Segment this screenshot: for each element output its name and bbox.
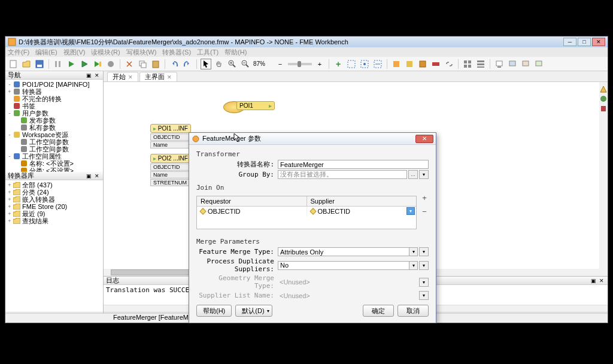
join-table[interactable]: Requestor Supplier OBJECTID OBJECTID ▾ [196, 196, 417, 229]
svg-rect-3 [37, 65, 42, 67]
copy-button[interactable] [137, 59, 148, 69]
book-icon[interactable] [600, 105, 607, 112]
maximize-button[interactable]: □ [578, 38, 591, 46]
inspect4-button[interactable] [533, 59, 544, 69]
cut-button[interactable] [124, 59, 135, 69]
help-button[interactable]: 帮助(H) [196, 305, 232, 317]
svg-rect-42 [14, 103, 20, 109]
input-transformer-name[interactable]: FeatureMerger [278, 160, 429, 169]
close-button[interactable]: ✕ [592, 38, 605, 46]
svg-rect-50 [21, 160, 27, 166]
pause-button[interactable] [53, 59, 63, 69]
dialog-titlebar[interactable]: FeatureMerger 参数 ✕ [189, 133, 436, 145]
requestor-cell[interactable]: OBJECTID [197, 207, 307, 216]
menu-transformers[interactable]: 转换器(S) [162, 48, 191, 57]
fmt-menu-button[interactable]: ▾ [419, 247, 429, 256]
grid1-button[interactable] [462, 59, 473, 69]
gear-green-icon[interactable] [600, 95, 607, 102]
canvas-node-poi1-top[interactable]: POI1▸ [236, 101, 275, 110]
minimize-button[interactable]: ─ [563, 38, 576, 46]
run2-button[interactable] [79, 59, 90, 69]
panel-close-button[interactable]: ✕ [93, 172, 101, 180]
navigator-tree[interactable]: -POI1/POI2 [MAPINFO]+转换器不完全的转换书签-用户参数发布参… [5, 80, 103, 175]
pds-menu-button[interactable]: ▾ [419, 261, 429, 270]
group-by-browse-button[interactable]: … [408, 170, 418, 179]
bookmark3-button[interactable] [417, 59, 428, 69]
link-button[interactable] [444, 59, 454, 69]
canvas-node-poi2[interactable]: ▸ POI2 ...INF OBJECTID Name STREETNUM [150, 154, 191, 186]
panel-float-button[interactable]: ▣ [85, 172, 92, 180]
panel-float-button[interactable]: ▣ [590, 277, 597, 284]
tree-item[interactable]: +嵌入转换器 [7, 196, 102, 203]
sel2-button[interactable] [359, 59, 370, 69]
menu-readers[interactable]: 读模块(R) [91, 48, 120, 57]
measure-button[interactable] [430, 59, 441, 69]
sel1-button[interactable] [346, 59, 357, 69]
close-icon[interactable]: ✕ [128, 74, 133, 80]
menu-help[interactable]: 帮助(H) [224, 48, 247, 57]
panel-float-button[interactable]: ▣ [85, 72, 92, 79]
pan-button[interactable] [214, 59, 224, 69]
supplier-dropdown-button[interactable]: ▾ [406, 207, 415, 215]
gmt-menu-button[interactable]: ▾ [419, 278, 429, 287]
menu-view[interactable]: 视图(V) [63, 48, 86, 57]
library-tree[interactable]: +全部 (437)+分类 (24)+嵌入转换器+FME Store (20)+最… [5, 180, 103, 226]
defaults-button[interactable]: 默认(D)▾ [235, 305, 272, 317]
tab-main[interactable]: 主界面✕ [139, 72, 177, 81]
group-by-menu-button[interactable]: ▾ [419, 170, 429, 179]
grid2-button[interactable] [475, 59, 486, 69]
warn-icon[interactable] [600, 86, 607, 93]
bookmark2-button[interactable] [404, 59, 415, 69]
inspect3-button[interactable] [520, 59, 531, 69]
close-icon[interactable]: ✕ [167, 74, 172, 80]
menu-edit[interactable]: 编辑(E) [35, 48, 57, 57]
library-title: 转换器库 [8, 171, 34, 180]
zoom-minus[interactable]: − [275, 59, 286, 69]
cancel-button[interactable]: 取消 [397, 305, 429, 317]
redo-button[interactable] [182, 59, 193, 69]
zoom-plus[interactable]: + [314, 59, 325, 69]
tree-item[interactable]: +查找结果 [7, 217, 102, 225]
navigator-panel: 导航 ▣ ✕ -POI1/POI2 [MAPINFO]+转换器不完全的转换书签-… [5, 71, 104, 323]
menu-file[interactable]: 文件(F) [8, 48, 29, 57]
panel-close-button[interactable]: ✕ [93, 72, 101, 79]
zoom-value[interactable]: 87% [253, 60, 272, 67]
app-icon [8, 38, 16, 46]
supplier-cell[interactable]: OBJECTID ▾ [307, 207, 417, 216]
new-button[interactable] [8, 59, 19, 69]
svg-rect-38 [536, 61, 542, 66]
paste-button[interactable] [150, 59, 161, 69]
combo-feature-merge-type[interactable]: Attributes Only▾ [278, 247, 418, 256]
sln-menu-button[interactable]: ▾ [419, 291, 429, 300]
tab-start[interactable]: 开始✕ [107, 72, 138, 81]
bookmark1-button[interactable] [391, 59, 402, 69]
sel3-button[interactable] [372, 59, 383, 69]
svg-point-54 [600, 96, 606, 102]
menu-writers[interactable]: 写模块(W) [126, 48, 157, 57]
stop-button[interactable] [105, 59, 116, 69]
node-attr: OBJECTID [150, 163, 191, 171]
zoom-slider[interactable] [288, 63, 312, 65]
run-prompt-button[interactable] [92, 59, 103, 69]
canvas-tabstrip: 开始✕ 主界面✕ [104, 71, 608, 82]
open-button[interactable] [21, 59, 32, 69]
combo-process-dup-suppliers[interactable]: No▾ [278, 261, 418, 270]
ok-button[interactable]: 确定 [363, 305, 394, 317]
inspect2-button[interactable] [507, 59, 518, 69]
undo-button[interactable] [169, 59, 180, 69]
menu-tools[interactable]: 工具(T) [197, 48, 219, 57]
save-button[interactable] [34, 59, 45, 69]
input-group-by[interactable]: 没有条目被选择。 [278, 170, 407, 179]
canvas-node-poi1[interactable]: ▸ POI1 ...INF OBJECTID Name [150, 124, 191, 148]
pointer-button[interactable] [201, 59, 211, 69]
remove-row-button[interactable]: − [420, 207, 429, 216]
add-tool[interactable]: + [333, 59, 344, 69]
dialog-close-button[interactable]: ✕ [415, 135, 433, 143]
run-button[interactable] [66, 59, 77, 69]
panel-close-button[interactable]: ✕ [598, 277, 605, 284]
add-row-button[interactable]: + [420, 193, 429, 202]
inspect1-button[interactable] [494, 59, 505, 69]
zoomin-button[interactable] [227, 59, 238, 69]
col-requestor: Requestor [197, 196, 307, 206]
zoomout-button[interactable] [240, 59, 251, 69]
